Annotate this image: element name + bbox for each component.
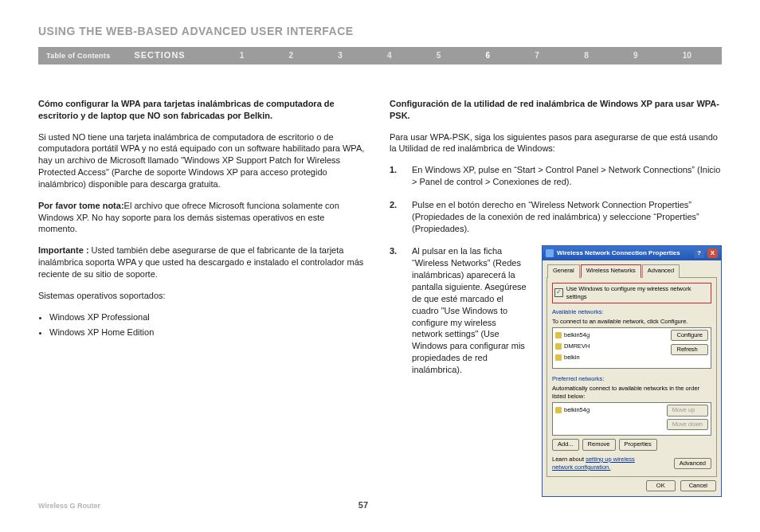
left-important: Importante : Usted también debe asegurar… bbox=[38, 244, 366, 280]
left-heading: Cómo configurar la WPA para tarjetas ina… bbox=[38, 98, 366, 122]
ok-button[interactable]: OK bbox=[646, 480, 676, 491]
advanced-button[interactable]: Advanced bbox=[674, 458, 711, 469]
step-number: 1. bbox=[390, 164, 397, 176]
step-1: 1. En Windows XP, pulse en “Start > Cont… bbox=[390, 164, 722, 188]
footer-product: Wireless G Router bbox=[38, 501, 100, 510]
list-item: Windows XP Home Edition bbox=[49, 327, 366, 338]
close-button[interactable]: X bbox=[707, 248, 718, 258]
section-link-4[interactable]: 4 bbox=[387, 50, 392, 61]
checkbox-label: Use Windows to configure my wireless net… bbox=[566, 285, 709, 301]
antenna-icon bbox=[555, 354, 562, 361]
remove-button[interactable]: Remove bbox=[582, 439, 616, 450]
xp-dialog: Wireless Network Connection Properties ?… bbox=[542, 245, 722, 497]
right-heading: Configuración de la utilidad de red inal… bbox=[390, 98, 722, 122]
refresh-button[interactable]: Refresh bbox=[671, 344, 708, 355]
section-link-10[interactable]: 10 bbox=[683, 50, 691, 61]
checkbox-icon: ✓ bbox=[554, 288, 563, 297]
toc-link[interactable]: Table of Contents bbox=[46, 51, 110, 61]
os-supported-label: Sistemas operativos soportados: bbox=[38, 290, 366, 302]
move-up-button[interactable]: Move up bbox=[667, 405, 708, 416]
available-networks-list[interactable]: belkin54gDMREVHbelkin Configure Refresh bbox=[552, 327, 711, 369]
step-number: 3. bbox=[390, 245, 397, 257]
network-icon bbox=[546, 249, 554, 257]
page-title: USING THE WEB-BASED ADVANCED USER INTERF… bbox=[38, 24, 722, 39]
antenna-icon bbox=[555, 332, 562, 338]
tab-advanced[interactable]: Advanced bbox=[642, 264, 680, 277]
cancel-button[interactable]: Cancel bbox=[680, 480, 716, 491]
left-note: Por favor tome nota:El archivo que ofrec… bbox=[38, 200, 366, 236]
step-number: 2. bbox=[390, 199, 397, 211]
left-column: Cómo configurar la WPA para tarjetas ina… bbox=[38, 98, 366, 508]
antenna-icon bbox=[555, 407, 562, 413]
tab-wireless-networks[interactable]: Wireless Networks bbox=[581, 264, 641, 277]
help-button[interactable]: ? bbox=[694, 248, 704, 258]
section-link-8[interactable]: 8 bbox=[584, 50, 589, 61]
step-text: Al pulsar en la las ficha “Wireless Netw… bbox=[412, 245, 527, 375]
available-networks-label: Available networks: bbox=[552, 308, 711, 316]
tab-general[interactable]: General bbox=[547, 264, 580, 277]
os-list: Windows XP ProfessionalWindows XP Home E… bbox=[49, 311, 366, 338]
right-intro: Para usar WPA-PSK, siga los siguientes p… bbox=[390, 131, 722, 155]
section-link-9[interactable]: 9 bbox=[633, 50, 638, 61]
step-text: Pulse en el botón derecho en “Wireless N… bbox=[412, 200, 699, 233]
section-link-5[interactable]: 5 bbox=[437, 50, 441, 61]
step-text: En Windows XP, pulse en “Start > Control… bbox=[412, 165, 720, 186]
section-link-2[interactable]: 2 bbox=[289, 50, 294, 61]
sections-nav: Table of Contents SECTIONS 12345678910 bbox=[38, 47, 722, 65]
add-button[interactable]: Add... bbox=[552, 439, 579, 450]
left-paragraph-1: Si usted NO tiene una tarjeta inalámbric… bbox=[38, 131, 366, 190]
antenna-icon bbox=[555, 343, 562, 350]
list-item: Windows XP Professional bbox=[49, 311, 366, 323]
network-name: belkin54g bbox=[564, 331, 590, 339]
important-label: Importante : bbox=[38, 245, 89, 255]
sections-label: SECTIONS bbox=[134, 49, 185, 61]
network-name: DMREVH bbox=[564, 342, 590, 350]
step-2: 2. Pulse en el botón derecho en “Wireles… bbox=[390, 199, 722, 235]
available-hint: To connect to an available network, clic… bbox=[552, 318, 711, 326]
section-link-1[interactable]: 1 bbox=[240, 50, 245, 61]
section-link-3[interactable]: 3 bbox=[338, 50, 343, 61]
move-down-button[interactable]: Move down bbox=[667, 419, 708, 430]
properties-button[interactable]: Properties bbox=[619, 439, 657, 450]
dialog-title: Wireless Network Connection Properties bbox=[557, 249, 680, 258]
section-link-7[interactable]: 7 bbox=[535, 50, 539, 61]
preferred-hint: Automatically connect to available netwo… bbox=[552, 385, 711, 401]
preferred-networks-label: Preferred networks: bbox=[552, 375, 711, 383]
note-label: Por favor tome nota: bbox=[38, 201, 124, 210]
configure-button[interactable]: Configure bbox=[671, 330, 708, 341]
learn-about-text: Learn about setting up wireless network … bbox=[552, 456, 656, 471]
network-name: belkin bbox=[564, 354, 580, 362]
section-link-6[interactable]: 6 bbox=[486, 50, 491, 61]
xp-titlebar: Wireless Network Connection Properties ?… bbox=[543, 246, 721, 260]
preferred-networks-list[interactable]: belkin54g Move up Move down bbox=[552, 402, 711, 436]
use-windows-checkbox[interactable]: ✓ Use Windows to configure my wireless n… bbox=[552, 283, 711, 303]
right-column: Configuración de la utilidad de red inal… bbox=[390, 98, 722, 508]
page-number: 57 bbox=[100, 499, 626, 511]
step-3: 3. Al pulsar en la las ficha “Wireless N… bbox=[390, 245, 722, 497]
network-name: belkin54g bbox=[564, 406, 590, 414]
